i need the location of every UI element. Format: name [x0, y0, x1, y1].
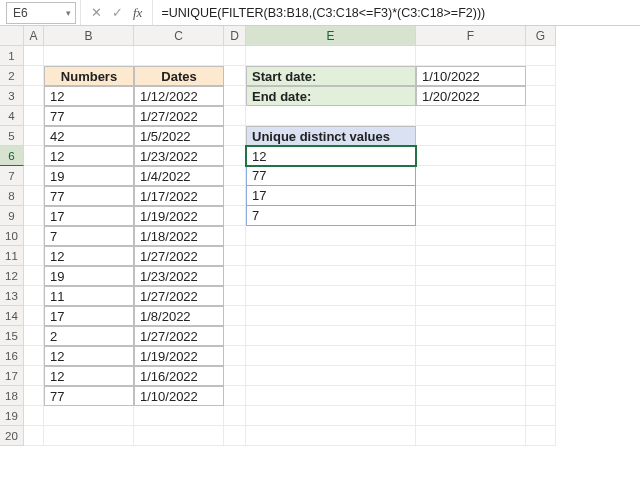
- cell-F17[interactable]: [416, 366, 526, 386]
- cell-G5[interactable]: [526, 126, 556, 146]
- cell-E18[interactable]: [246, 386, 416, 406]
- col-header-E[interactable]: E: [246, 26, 416, 46]
- cell-G10[interactable]: [526, 226, 556, 246]
- cell-B11[interactable]: 12: [44, 246, 134, 266]
- cell-A8[interactable]: [24, 186, 44, 206]
- row-header-12[interactable]: 12: [0, 266, 24, 286]
- cell-E12[interactable]: [246, 266, 416, 286]
- cell-B18[interactable]: 77: [44, 386, 134, 406]
- cell-G18[interactable]: [526, 386, 556, 406]
- row-header-10[interactable]: 10: [0, 226, 24, 246]
- cell-G4[interactable]: [526, 106, 556, 126]
- cancel-icon[interactable]: ✕: [91, 5, 102, 20]
- row-header-15[interactable]: 15: [0, 326, 24, 346]
- cell-D3[interactable]: [224, 86, 246, 106]
- cell-A19[interactable]: [24, 406, 44, 426]
- cell-A12[interactable]: [24, 266, 44, 286]
- cell-F11[interactable]: [416, 246, 526, 266]
- cell-F5[interactable]: [416, 126, 526, 146]
- row-header-5[interactable]: 5: [0, 126, 24, 146]
- select-all-corner[interactable]: [0, 26, 24, 46]
- cell-A16[interactable]: [24, 346, 44, 366]
- cell-C16[interactable]: 1/19/2022: [134, 346, 224, 366]
- cell-G20[interactable]: [526, 426, 556, 446]
- cell-E13[interactable]: [246, 286, 416, 306]
- cell-E11[interactable]: [246, 246, 416, 266]
- cell-B15[interactable]: 2: [44, 326, 134, 346]
- cell-E7[interactable]: 77: [246, 166, 416, 186]
- cell-F7[interactable]: [416, 166, 526, 186]
- cell-C13[interactable]: 1/27/2022: [134, 286, 224, 306]
- cell-E8[interactable]: 17: [246, 186, 416, 206]
- cell-D19[interactable]: [224, 406, 246, 426]
- cell-C5[interactable]: 1/5/2022: [134, 126, 224, 146]
- cell-B6[interactable]: 12: [44, 146, 134, 166]
- cell-A3[interactable]: [24, 86, 44, 106]
- cell-E10[interactable]: [246, 226, 416, 246]
- cell-G19[interactable]: [526, 406, 556, 426]
- cell-C11[interactable]: 1/27/2022: [134, 246, 224, 266]
- cell-F13[interactable]: [416, 286, 526, 306]
- cell-B8[interactable]: 77: [44, 186, 134, 206]
- cell-E20[interactable]: [246, 426, 416, 446]
- row-header-20[interactable]: 20: [0, 426, 24, 446]
- cell-D1[interactable]: [224, 46, 246, 66]
- row-header-6[interactable]: 6: [0, 146, 24, 166]
- col-header-G[interactable]: G: [526, 26, 556, 46]
- row-header-2[interactable]: 2: [0, 66, 24, 86]
- cell-D15[interactable]: [224, 326, 246, 346]
- cell-G15[interactable]: [526, 326, 556, 346]
- cell-B5[interactable]: 42: [44, 126, 134, 146]
- cell-C9[interactable]: 1/19/2022: [134, 206, 224, 226]
- cell-C1[interactable]: [134, 46, 224, 66]
- confirm-icon[interactable]: ✓: [112, 5, 123, 20]
- row-header-7[interactable]: 7: [0, 166, 24, 186]
- cell-G17[interactable]: [526, 366, 556, 386]
- cell-F19[interactable]: [416, 406, 526, 426]
- cell-B2[interactable]: Numbers: [44, 66, 134, 86]
- cell-G9[interactable]: [526, 206, 556, 226]
- active-cell[interactable]: 12: [246, 146, 416, 166]
- cell-A4[interactable]: [24, 106, 44, 126]
- cell-A5[interactable]: [24, 126, 44, 146]
- cell-E19[interactable]: [246, 406, 416, 426]
- cell-D2[interactable]: [224, 66, 246, 86]
- cell-G12[interactable]: [526, 266, 556, 286]
- cell-B19[interactable]: [44, 406, 134, 426]
- cell-A18[interactable]: [24, 386, 44, 406]
- cell-E1[interactable]: [246, 46, 416, 66]
- cell-D10[interactable]: [224, 226, 246, 246]
- cell-A6[interactable]: [24, 146, 44, 166]
- cell-D7[interactable]: [224, 166, 246, 186]
- cell-B10[interactable]: 7: [44, 226, 134, 246]
- cell-C12[interactable]: 1/23/2022: [134, 266, 224, 286]
- cell-C10[interactable]: 1/18/2022: [134, 226, 224, 246]
- cell-G6[interactable]: [526, 146, 556, 166]
- cell-F4[interactable]: [416, 106, 526, 126]
- cell-C4[interactable]: 1/27/2022: [134, 106, 224, 126]
- cell-D18[interactable]: [224, 386, 246, 406]
- cell-B16[interactable]: 12: [44, 346, 134, 366]
- cell-D14[interactable]: [224, 306, 246, 326]
- cell-E15[interactable]: [246, 326, 416, 346]
- row-header-8[interactable]: 8: [0, 186, 24, 206]
- cell-C19[interactable]: [134, 406, 224, 426]
- cell-E9[interactable]: 7: [246, 206, 416, 226]
- cell-A14[interactable]: [24, 306, 44, 326]
- cell-G7[interactable]: [526, 166, 556, 186]
- cell-D13[interactable]: [224, 286, 246, 306]
- row-header-13[interactable]: 13: [0, 286, 24, 306]
- row-header-3[interactable]: 3: [0, 86, 24, 106]
- cell-C15[interactable]: 1/27/2022: [134, 326, 224, 346]
- cell-A7[interactable]: [24, 166, 44, 186]
- cell-F16[interactable]: [416, 346, 526, 366]
- cell-A9[interactable]: [24, 206, 44, 226]
- cell-F18[interactable]: [416, 386, 526, 406]
- cell-F20[interactable]: [416, 426, 526, 446]
- row-header-19[interactable]: 19: [0, 406, 24, 426]
- cell-D8[interactable]: [224, 186, 246, 206]
- col-header-C[interactable]: C: [134, 26, 224, 46]
- cell-C6[interactable]: 1/23/2022: [134, 146, 224, 166]
- cell-G1[interactable]: [526, 46, 556, 66]
- cell-E5[interactable]: Unique distinct values: [246, 126, 416, 146]
